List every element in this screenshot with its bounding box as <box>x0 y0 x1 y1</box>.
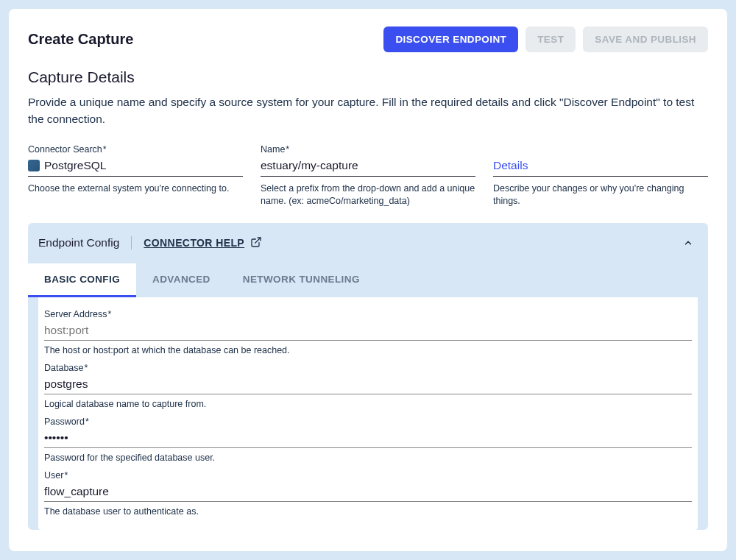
name-help-text: Select a prefix from the drop-down and a… <box>261 182 475 208</box>
name-input[interactable] <box>261 159 475 172</box>
details-link-help: Describe your changes or why you're chan… <box>493 182 708 208</box>
password-group: Password Password for the specified data… <box>44 417 692 463</box>
tab-advanced[interactable]: ADVANCED <box>136 263 227 297</box>
svg-line-0 <box>255 238 261 243</box>
database-label: Database <box>44 363 692 373</box>
name-input-wrap[interactable] <box>261 159 475 177</box>
user-group: User The database user to authenticate a… <box>44 470 692 517</box>
postgresql-icon <box>28 160 40 171</box>
section-title: Capture Details <box>28 68 708 86</box>
details-grid: Connector Search Choose the external sys… <box>28 144 708 208</box>
password-input[interactable] <box>44 430 692 448</box>
connector-search-input[interactable] <box>44 159 243 172</box>
server-address-input[interactable] <box>44 322 692 341</box>
tab-basic-config[interactable]: BASIC CONFIG <box>28 263 136 297</box>
database-help: Logical database name to capture from. <box>44 399 692 409</box>
endpoint-config-heading: Endpoint Config <box>38 236 132 249</box>
server-address-help: The host or host:port at which the datab… <box>44 345 692 355</box>
connector-label: Connector Search <box>28 144 243 155</box>
endpoint-config-header[interactable]: Endpoint Config CONNECTOR HELP <box>28 223 708 263</box>
action-buttons: DISCOVER ENDPOINT TEST SAVE AND PUBLISH <box>383 26 708 52</box>
user-help: The database user to authenticate as. <box>44 506 692 517</box>
connector-help-label: CONNECTOR HELP <box>144 237 244 249</box>
config-body: Server Address The host or host:port at … <box>38 297 698 530</box>
details-link[interactable]: Details <box>493 159 528 175</box>
create-capture-card: Create Capture DISCOVER ENDPOINT TEST SA… <box>9 9 727 551</box>
page-title: Create Capture <box>28 31 133 48</box>
external-link-icon <box>250 236 262 250</box>
database-input[interactable] <box>44 376 692 394</box>
header-row: Create Capture DISCOVER ENDPOINT TEST SA… <box>28 26 708 52</box>
connector-input-wrap[interactable] <box>28 159 243 177</box>
chevron-up-icon <box>683 238 693 248</box>
database-group: Database Logical database name to captur… <box>44 363 692 409</box>
discover-endpoint-button[interactable]: DISCOVER ENDPOINT <box>383 26 518 52</box>
details-link-wrap: Details <box>493 159 708 177</box>
name-label: Name <box>261 144 475 155</box>
name-field: Name Select a prefix from the drop-down … <box>261 144 475 208</box>
user-input[interactable] <box>44 483 692 502</box>
save-and-publish-button[interactable]: SAVE AND PUBLISH <box>583 26 708 52</box>
section-description: Provide a unique name and specify a sour… <box>28 93 708 128</box>
basic-config-form: Server Address The host or host:port at … <box>38 297 698 530</box>
password-label: Password <box>44 417 692 427</box>
password-help: Password for the specified database user… <box>44 453 692 463</box>
test-button[interactable]: TEST <box>526 26 576 52</box>
tab-network-tunneling[interactable]: NETWORK TUNNELING <box>227 263 376 297</box>
server-address-group: Server Address The host or host:port at … <box>44 309 692 355</box>
user-label: User <box>44 470 692 481</box>
connector-help-text: Choose the external system you're connec… <box>28 182 243 196</box>
server-address-label: Server Address <box>44 309 692 319</box>
connector-field: Connector Search Choose the external sys… <box>28 144 243 208</box>
details-link-field: x Details Describe your changes or why y… <box>493 144 708 208</box>
config-tabs: BASIC CONFIG ADVANCED NETWORK TUNNELING <box>28 263 708 297</box>
endpoint-config-panel: Endpoint Config CONNECTOR HELP BASIC CON… <box>28 223 708 530</box>
connector-help-link[interactable]: CONNECTOR HELP <box>144 236 262 250</box>
